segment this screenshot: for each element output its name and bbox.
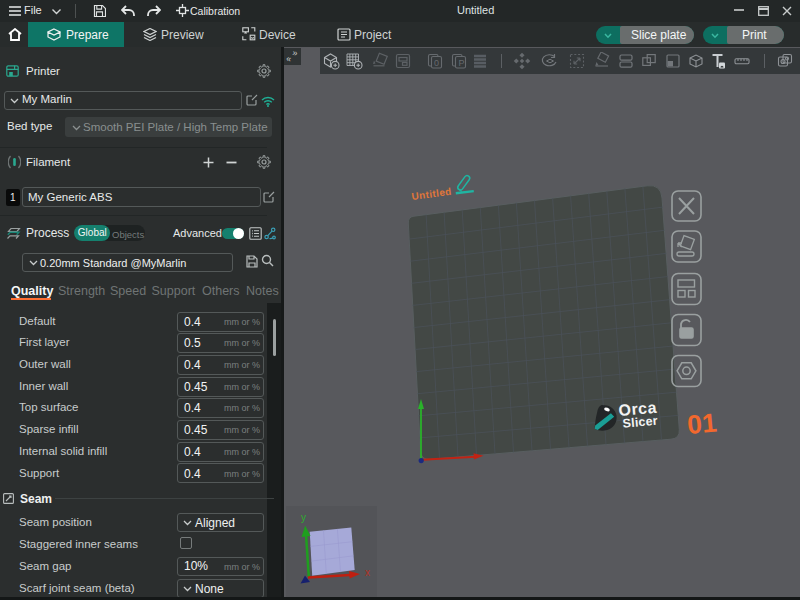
svg-text:x: x <box>365 567 370 578</box>
svg-text:0: 0 <box>434 58 439 68</box>
svg-text:y: y <box>301 512 306 523</box>
svg-text:P: P <box>459 58 465 68</box>
svg-text:01: 01 <box>686 408 718 440</box>
